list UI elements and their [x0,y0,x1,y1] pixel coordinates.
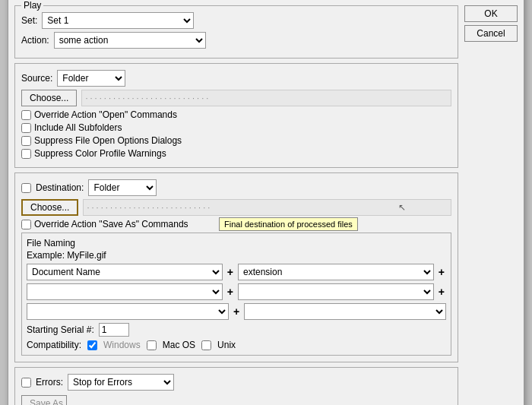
dest-checkbox[interactable] [21,183,31,193]
plus-1: + [226,266,235,278]
dest-path-display: · · · · · · · · · · · · · · · · · · · · … [83,199,451,216]
ok-button[interactable]: OK [464,5,518,22]
suppress-color-row: Suppress Color Profile Warnings [21,148,451,159]
source-label: Source: [21,73,52,84]
dest-choose-button[interactable]: Choose... [21,199,78,216]
compat-macos-checkbox[interactable] [147,340,157,350]
serial-label: Starting Serial #: [27,324,94,335]
naming-select-2a[interactable] [27,283,223,300]
compat-unix-checkbox[interactable] [201,340,211,350]
set-row: Set: Set 1 [21,12,451,29]
errors-row: Errors: Stop for Errors [21,374,451,391]
source-path-display: · · · · · · · · · · · · · · · · · · · · … [81,90,451,106]
suppress-open-checkbox[interactable] [21,136,31,146]
include-subfolders-row: Include All Subfolders [21,122,451,133]
plus-3: + [232,305,241,318]
naming-select-3a[interactable] [27,303,229,320]
source-path-row: Choose... · · · · · · · · · · · · · · · … [21,90,451,106]
dest-select[interactable]: Folder [88,179,157,196]
override-open-label: Override Action "Open" Commands [34,109,177,120]
suppress-color-label: Suppress Color Profile Warnings [34,148,166,159]
action-select[interactable]: some action [54,32,206,49]
play-legend: Play [21,0,43,11]
errors-label: Errors: [36,377,63,388]
compat-label: Compatibility: [27,340,81,350]
source-path-text: · · · · · · · · · · · · · · · · · · · · … [85,93,208,103]
file-naming-label: File Naming [27,238,446,248]
suppress-open-row: Suppress File Open Options Dialogs [21,135,451,146]
source-section: Source: Folder Choose... · · · · · · · ·… [14,63,458,168]
save-as-row: Save As... [21,395,451,405]
naming-row-3: + [27,303,446,320]
errors-checkbox[interactable] [21,378,31,388]
side-buttons: OK Cancel [464,5,518,405]
compat-unix-label: Unix [217,340,236,350]
include-subfolders-label: Include All Subfolders [34,122,122,133]
plus-2: + [226,286,235,298]
compat-macos-label: Mac OS [163,340,195,350]
play-section: Play Set: Set 1 Action: some action [14,5,458,59]
compat-windows-checkbox[interactable] [87,340,97,350]
action-label: Action: [21,35,49,46]
dest-path-text: · · · · · · · · · · · · · · · · · · · · … [87,203,210,212]
destination-section: Destination: Folder Choose... · · · · · … [14,172,458,362]
plus-1b: + [437,266,446,278]
batch-dialog: Batch ✕ Play Set: Set 1 Action: some act… [8,0,524,405]
override-save-checkbox[interactable] [21,220,31,229]
file-naming-section: File Naming Example: MyFile.gif Document… [21,233,451,356]
source-choose-button[interactable]: Choose... [21,90,77,106]
dest-row: Destination: Folder [21,179,451,196]
source-select[interactable]: Folder [57,70,125,87]
dest-tooltip: Final destination of processed files [219,217,358,231]
naming-row-1: Document Name + extension + [27,264,446,280]
dest-path-row: Choose... · · · · · · · · · · · · · · · … [21,199,451,216]
serial-input[interactable] [99,323,129,337]
errors-select[interactable]: Stop for Errors [68,374,174,391]
example-label: Example: MyFile.gif [27,250,446,261]
source-row: Source: Folder [21,70,451,87]
compat-row: Compatibility: Windows Mac OS Unix [27,340,446,350]
override-open-row: Override Action "Open" Commands [21,109,451,120]
compat-windows-label: Windows [103,340,141,350]
naming-select-2b[interactable] [238,283,434,300]
cancel-button[interactable]: Cancel [464,25,518,42]
naming-select-3b[interactable] [244,303,446,320]
naming-select-1b[interactable]: extension [238,264,434,280]
cursor-indicator: ↖ [398,202,406,213]
naming-row-2: + + [27,283,446,300]
plus-2b: + [437,286,446,298]
set-select[interactable]: Set 1 [42,12,194,29]
dest-label: Destination: [36,182,84,193]
save-as-button[interactable]: Save As... [21,395,67,405]
dialog-body: Play Set: Set 1 Action: some action [8,0,524,405]
include-subfolders-checkbox[interactable] [21,123,31,133]
suppress-color-checkbox[interactable] [21,149,31,159]
suppress-open-label: Suppress File Open Options Dialogs [34,135,182,146]
override-open-checkbox[interactable] [21,110,31,120]
override-save-label: Override Action "Save As" Commands [34,219,188,229]
action-row: Action: some action [21,32,451,49]
main-content: Play Set: Set 1 Action: some action [14,5,458,405]
naming-select-1a[interactable]: Document Name [27,264,223,280]
set-label: Set: [21,15,37,26]
serial-row: Starting Serial #: [27,323,446,337]
errors-section: Errors: Stop for Errors Save As... [14,367,458,405]
